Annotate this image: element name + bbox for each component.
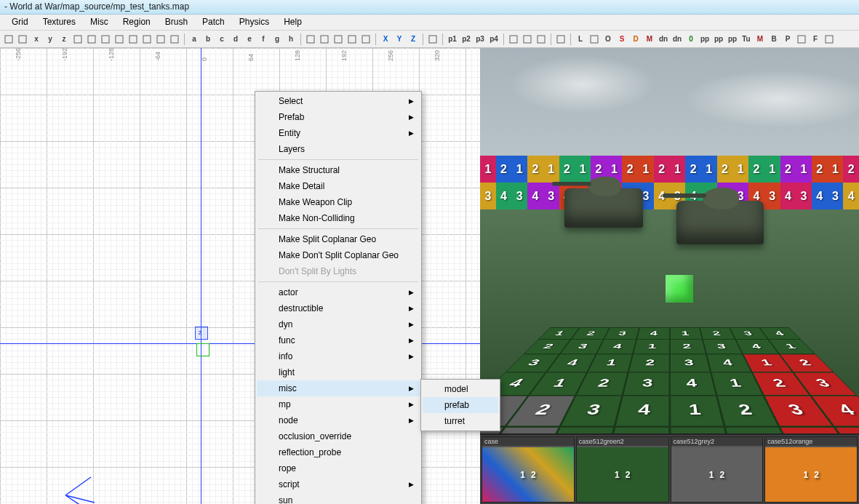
- tool-X[interactable]: X: [379, 33, 392, 46]
- subctx-turret[interactable]: turret: [423, 413, 498, 429]
- tool-S[interactable]: S: [615, 33, 628, 46]
- tool-sel4[interactable]: [345, 33, 359, 46]
- tool-D[interactable]: D: [629, 33, 642, 46]
- ctx-sun[interactable]: sun: [257, 492, 420, 504]
- tool-eye[interactable]: [554, 33, 567, 46]
- tool-Y[interactable]: Y: [393, 33, 406, 46]
- subctx-prefab[interactable]: prefab: [423, 397, 498, 413]
- menu-physics[interactable]: Physics: [232, 15, 276, 30]
- menu-brush[interactable]: Brush: [158, 15, 195, 30]
- ctx-entity[interactable]: Entity▶: [257, 125, 420, 141]
- tool-cycle[interactable]: [127, 33, 140, 46]
- ctx-rope[interactable]: rope: [257, 460, 420, 476]
- tool-B[interactable]: B: [767, 33, 780, 46]
- tool-open[interactable]: [2, 33, 15, 46]
- texture-case512orange[interactable]: case512orange12: [764, 436, 858, 503]
- ctx-script[interactable]: script▶: [257, 476, 420, 492]
- selection-cube[interactable]: [666, 275, 693, 303]
- texture-case512grey2[interactable]: case512grey212: [671, 436, 764, 503]
- tool-y[interactable]: y: [44, 33, 57, 46]
- tool-csg[interactable]: [154, 33, 167, 46]
- tool-cube[interactable]: [426, 33, 439, 46]
- tool-e[interactable]: e: [243, 33, 256, 46]
- ctx-occlusion-override[interactable]: occlusion_override: [257, 428, 420, 444]
- tool-dn[interactable]: dn: [671, 33, 684, 46]
- tool-rot[interactable]: [99, 33, 112, 46]
- subctx-model[interactable]: model: [423, 381, 498, 397]
- texture-browser[interactable]: case12case512green212case512grey212case5…: [480, 433, 859, 504]
- tool-M[interactable]: M: [754, 33, 767, 46]
- tool-b[interactable]: b: [201, 33, 215, 46]
- entity-marker[interactable]: [196, 343, 209, 356]
- tool-f[interactable]: f: [257, 33, 270, 46]
- tool-sel2[interactable]: [318, 33, 331, 46]
- tool-F[interactable]: F: [809, 33, 822, 46]
- tool-dn[interactable]: dn: [657, 33, 670, 46]
- tool-layer[interactable]: [140, 33, 153, 46]
- selected-brush[interactable]: z: [195, 327, 208, 340]
- tool-lock[interactable]: [507, 33, 520, 46]
- ctx-make-structural[interactable]: Make Structural: [257, 162, 420, 178]
- tool-x[interactable]: x: [30, 33, 43, 46]
- ctx-actor[interactable]: actor▶: [257, 284, 420, 300]
- texture-case[interactable]: case12: [482, 436, 575, 503]
- tool-flip[interactable]: [85, 33, 98, 46]
- tool-lamp[interactable]: [795, 33, 808, 46]
- camera-icon[interactable]: [58, 470, 109, 504]
- ctx-func[interactable]: func▶: [257, 332, 420, 348]
- menu-region[interactable]: Region: [116, 15, 158, 30]
- ctx-mp[interactable]: mp▶: [257, 396, 420, 412]
- tool-g[interactable]: g: [271, 33, 284, 46]
- tool-L[interactable]: L: [574, 33, 587, 46]
- ctx-make-detail[interactable]: Make Detail: [257, 178, 420, 194]
- tool-pp[interactable]: pp: [698, 33, 711, 46]
- ctx-dyn[interactable]: dyn▶: [257, 316, 420, 332]
- tool-p1[interactable]: p1: [446, 33, 459, 46]
- tool-tri[interactable]: [823, 33, 836, 46]
- tool-sel3[interactable]: [332, 33, 345, 46]
- tool-Tu[interactable]: Tu: [740, 33, 753, 46]
- ctx-make-don-t-split-coplanar-geo[interactable]: Make Don't Split Coplanar Geo: [257, 247, 420, 263]
- menu-patch[interactable]: Patch: [195, 15, 232, 30]
- tool-P[interactable]: P: [781, 33, 794, 46]
- tool-save[interactable]: [16, 33, 29, 46]
- ctx-light[interactable]: light: [257, 364, 420, 380]
- menu-misc[interactable]: Misc: [83, 15, 116, 30]
- ctx-node[interactable]: node▶: [257, 412, 420, 428]
- ctx-make-non-colliding[interactable]: Make Non-Colliding: [257, 210, 420, 226]
- ctx-make-split-coplanar-geo[interactable]: Make Split Coplanar Geo: [257, 231, 420, 247]
- 3d-viewport[interactable]: 1234123412341234123412341234123412341234…: [480, 48, 859, 433]
- tool-rot[interactable]: [113, 33, 126, 46]
- ctx-reflection-probe[interactable]: reflection_probe: [257, 444, 420, 460]
- tool-flip[interactable]: [71, 33, 84, 46]
- tool-d[interactable]: d: [229, 33, 242, 46]
- tool-z[interactable]: z: [57, 33, 71, 46]
- ctx-layers[interactable]: Layers: [257, 141, 420, 157]
- ctx-destructible[interactable]: destructible▶: [257, 300, 420, 316]
- tool-align[interactable]: [521, 33, 534, 46]
- tool-brk[interactable]: [588, 33, 601, 46]
- tool-O[interactable]: O: [602, 33, 615, 46]
- tool-c[interactable]: c: [215, 33, 228, 46]
- ctx-misc[interactable]: misc▶: [257, 380, 420, 396]
- menu-help[interactable]: Help: [276, 15, 309, 30]
- tool-pp[interactable]: pp: [712, 33, 725, 46]
- ctx-info[interactable]: info▶: [257, 348, 420, 364]
- ctx-select[interactable]: Select▶: [257, 93, 420, 109]
- texture-case512green2[interactable]: case512green212: [576, 436, 669, 503]
- ctx-prefab[interactable]: Prefab▶: [257, 109, 420, 125]
- tool-sel1[interactable]: [304, 33, 317, 46]
- tool-Z[interactable]: Z: [407, 33, 420, 46]
- tool-grid[interactable]: [535, 33, 548, 46]
- menu-grid[interactable]: Grid: [4, 15, 36, 30]
- tool-a[interactable]: a: [188, 33, 201, 46]
- tool-M[interactable]: M: [643, 33, 656, 46]
- tool-pp[interactable]: pp: [726, 33, 739, 46]
- tool-p4[interactable]: p4: [487, 33, 500, 46]
- ctx-make-weapon-clip[interactable]: Make Weapon Clip: [257, 194, 420, 210]
- tool-h[interactable]: h: [284, 33, 297, 46]
- menu-textures[interactable]: Textures: [36, 15, 83, 30]
- tool-p2[interactable]: p2: [460, 33, 473, 46]
- tool-p3[interactable]: p3: [474, 33, 487, 46]
- tool-sel5[interactable]: [359, 33, 372, 46]
